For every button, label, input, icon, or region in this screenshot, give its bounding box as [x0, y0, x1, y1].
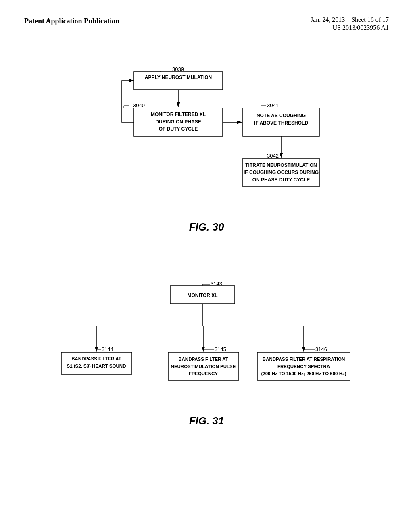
svg-rect-22	[170, 286, 235, 304]
svg-text:S1 (S2, S3) HEART SOUND: S1 (S2, S3) HEART SOUND	[67, 364, 126, 368]
fig31-diagram: MONITOR XL BANDPASS FILTER AT S1 (S2, S3…	[53, 282, 360, 407]
header-right: Jan. 24, 2013 Sheet 16 of 17 US 2013/002…	[311, 16, 389, 31]
svg-text:FREQUENCY: FREQUENCY	[189, 371, 218, 376]
svg-text:IF ABOVE THRESHOLD: IF ABOVE THRESHOLD	[254, 120, 309, 126]
fig30-svg: 3039 3040 3041 3042 APPLY NEUROSTIMULATI…	[86, 64, 327, 213]
svg-text:DURING ON PHASE: DURING ON PHASE	[155, 119, 201, 125]
publication-label: Patent Application Publication	[24, 16, 119, 26]
svg-text:APPLY NEUROSTIMULATION: APPLY NEUROSTIMULATION	[145, 75, 212, 80]
svg-rect-31	[257, 352, 350, 380]
svg-text:BANDPASS FILTER AT: BANDPASS FILTER AT	[71, 356, 121, 361]
svg-text:FREQUENCY SPECTRA: FREQUENCY SPECTRA	[277, 364, 330, 369]
sheet: Sheet 16 of 17	[351, 16, 389, 23]
svg-text:3039: 3039	[172, 66, 184, 72]
svg-rect-8	[134, 72, 223, 90]
svg-rect-10	[134, 108, 223, 136]
header: Patent Application Publication Jan. 24, …	[24, 16, 389, 31]
svg-text:3144: 3144	[102, 346, 113, 352]
fig31-section: MONITOR XL BANDPASS FILTER AT S1 (S2, S3…	[24, 282, 389, 451]
svg-rect-14	[243, 108, 319, 136]
svg-text:ON PHASE DUTY CYCLE: ON PHASE DUTY CYCLE	[252, 177, 310, 183]
svg-text:3146: 3146	[315, 346, 327, 352]
fig31-svg: MONITOR XL BANDPASS FILTER AT S1 (S2, S3…	[53, 282, 360, 407]
svg-text:3040: 3040	[133, 102, 145, 108]
svg-text:NEUROSTIMULATION PULSE: NEUROSTIMULATION PULSE	[171, 364, 236, 369]
svg-rect-27	[168, 352, 239, 380]
svg-text:BANDPASS FILTER AT: BANDPASS FILTER AT	[178, 357, 228, 362]
svg-text:3145: 3145	[215, 346, 226, 352]
fig31-label: FIG. 31	[189, 415, 224, 427]
svg-text:MONITOR FILTERED XL: MONITOR FILTERED XL	[151, 112, 206, 117]
svg-text:MONITOR XL: MONITOR XL	[187, 293, 217, 298]
page: Patent Application Publication Jan. 24, …	[0, 0, 413, 532]
fig30-section: 3039 3040 3041 3042 APPLY NEUROSTIMULATI…	[24, 64, 389, 258]
svg-rect-24	[61, 352, 132, 374]
svg-text:NOTE AS COUGHING: NOTE AS COUGHING	[257, 113, 306, 118]
svg-text:BANDPASS FILTER AT RESPIRATION: BANDPASS FILTER AT RESPIRATION	[263, 357, 345, 362]
svg-rect-17	[243, 158, 319, 187]
svg-text:IF COUGHING OCCURS DURING: IF COUGHING OCCURS DURING	[244, 170, 319, 175]
svg-text:OF DUTY CYCLE: OF DUTY CYCLE	[159, 126, 198, 132]
fig30-label: FIG. 30	[189, 221, 224, 233]
svg-text:3143: 3143	[211, 282, 222, 287]
svg-text:TITRATE NEUROSTIMULATION: TITRATE NEUROSTIMULATION	[245, 162, 317, 168]
fig30-diagram: 3039 3040 3041 3042 APPLY NEUROSTIMULATI…	[86, 64, 327, 213]
date-sheet: Jan. 24, 2013 Sheet 16 of 17	[311, 16, 389, 23]
svg-text:3041: 3041	[267, 102, 279, 108]
svg-text:(200 Hz TO 1500 Hz; 250 Hz TO : (200 Hz TO 1500 Hz; 250 Hz TO 600 Hz)	[261, 371, 346, 376]
patent-number: US 2013/0023956 A1	[332, 24, 389, 31]
date: Jan. 24, 2013	[311, 16, 345, 23]
svg-text:3042: 3042	[267, 153, 279, 159]
